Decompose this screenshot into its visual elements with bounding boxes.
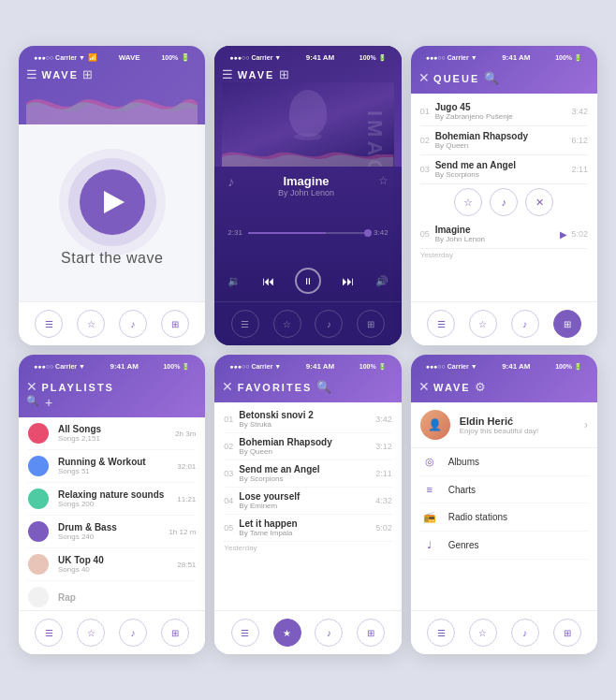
playlist-dot-1	[28, 423, 49, 444]
play-button[interactable]	[80, 169, 145, 235]
nav-star-5[interactable]: ★	[273, 619, 301, 647]
add-icon-4[interactable]: +	[45, 395, 52, 410]
carrier-text-3: ●●●○○ Carrier ▼	[426, 54, 477, 61]
volume-up-icon[interactable]: 🔊	[375, 275, 389, 287]
queue-item-3: 03 Send me an Angel By Scorpions 2:11	[420, 155, 588, 184]
phone-favorites: ●●●○○ Carrier ▼ 9:41 AM 100% 🔋 ✕ FAVORIT…	[214, 355, 401, 654]
nav-playlist-3[interactable]: ⊞	[553, 310, 581, 338]
search-icon-4[interactable]: 🔍	[26, 395, 39, 410]
bottom-nav-3: ☰ ☆ ♪ ⊞	[411, 301, 597, 345]
queue-close-btn[interactable]: ✕	[525, 188, 553, 216]
fav-item-4: 04 Lose yourself By Eminem 4:32	[224, 488, 391, 515]
next-icon[interactable]: ⏭	[342, 274, 354, 288]
queue-music-btn[interactable]: ♪	[490, 188, 518, 216]
nav-star-3[interactable]: ☆	[469, 310, 497, 338]
nav-playlist-4[interactable]: ⊞	[161, 619, 189, 647]
menu-item-charts[interactable]: ≡ Charts	[420, 476, 588, 503]
close-icon-3[interactable]: ✕	[418, 70, 430, 85]
pause-button[interactable]: ⏸	[295, 268, 321, 294]
progress-handle[interactable]	[364, 229, 372, 237]
nav-playlist-2[interactable]: ⊞	[357, 310, 385, 338]
playlist-dot-3	[28, 489, 49, 509]
song-title: Imagine	[234, 174, 377, 188]
nav-music-2[interactable]: ♪	[315, 310, 343, 338]
close-icon-6[interactable]: ✕	[418, 379, 430, 394]
queue-dur-1: 3:42	[571, 107, 588, 116]
queue-title-1: Jugo 45	[435, 102, 572, 112]
close-icon-4[interactable]: ✕	[26, 379, 37, 394]
nav-music-6[interactable]: ♪	[511, 619, 539, 647]
nav-star-2[interactable]: ☆	[273, 310, 301, 338]
menu-label-genres: Genres	[448, 540, 479, 550]
progress-fill	[248, 232, 326, 234]
wave-title-6: WAVE	[433, 382, 471, 393]
phone-queue: ●●●○○ Carrier ▼ 9:41 AM 100% 🔋 ✕ QUEUE 🔍…	[411, 46, 597, 345]
playlist-item-3[interactable]: Relaxing nature sounds Songs 200 11:21	[28, 483, 196, 516]
playlist-item-4[interactable]: Drum & Bass Songs 240 1h 12 m	[28, 516, 196, 548]
nav-playlist-6[interactable]: ⊞	[553, 619, 581, 647]
bottom-nav-5: ☰ ★ ♪ ⊞	[214, 610, 401, 654]
nav-star-6[interactable]: ☆	[469, 619, 497, 647]
menu-item-albums[interactable]: ◎ Albums	[420, 448, 588, 476]
battery-percent-2: 100% 🔋	[359, 54, 387, 62]
user-subtitle: Enjoy this beautiful day!	[460, 427, 584, 435]
close-icon-5[interactable]: ✕	[222, 379, 233, 394]
playlists-title: PLAYLISTS	[41, 382, 114, 393]
phone-wave-menu: ●●●○○ Carrier ▼ 9:41 AM 100% 🔋 ✕ WAVE ⚙ …	[411, 355, 597, 654]
menu-label-radio: Radio stations	[448, 512, 507, 522]
playlist-dot-6	[28, 587, 49, 607]
nav-music-4[interactable]: ♪	[119, 619, 147, 647]
volume-down-icon[interactable]: 🔉	[227, 275, 241, 287]
search-icon-3[interactable]: 🔍	[484, 71, 499, 85]
start-text: Start the wave	[61, 250, 163, 267]
menu-icon-2[interactable]: ☰	[222, 67, 233, 81]
nav-playlist[interactable]: ⊞	[161, 310, 189, 338]
settings-icon-6[interactable]: ⚙	[475, 380, 486, 394]
playlist-icon-2[interactable]: ⊞	[279, 67, 289, 81]
favorite-icon[interactable]: ☆	[378, 174, 389, 187]
nav-music-3[interactable]: ♪	[511, 310, 539, 338]
menu-item-radio[interactable]: 📻 Radio stations	[420, 503, 588, 532]
playlist-item-6[interactable]: Rap	[28, 581, 196, 610]
app-container: ●●●○○ Carrier ▼ 📶 WAVE 100% 🔋 ☰ WAVE ⊞	[0, 27, 616, 673]
playlist-item-5[interactable]: UK Top 40 Songs 40 28:51	[28, 548, 196, 581]
search-icon-5[interactable]: 🔍	[316, 380, 331, 394]
carrier-text: ●●●○○ Carrier ▼	[229, 54, 281, 61]
queue-title: QUEUE	[433, 73, 479, 84]
nav-menu-2[interactable]: ☰	[231, 310, 259, 338]
nav-music-5[interactable]: ♪	[315, 619, 343, 647]
queue-item-5: 05 Imagine By John Lenon ▶ 5:02	[420, 220, 588, 249]
playlist-dot-4	[28, 521, 49, 542]
menu-label-charts: Charts	[448, 485, 476, 495]
bottom-nav: ☰ ☆ ♪ ⊞	[19, 301, 205, 345]
nav-menu-5[interactable]: ☰	[231, 619, 259, 647]
phone-now-playing: ●●●○○ Carrier ▼ 9:41 AM 100% 🔋 ☰ WAVE ⊞	[214, 46, 401, 345]
menu-icon[interactable]: ☰	[26, 67, 37, 81]
prev-icon[interactable]: ⏮	[262, 274, 274, 288]
playlist-item-1[interactable]: All Songs Songs 2,151 2h 3m	[28, 417, 196, 450]
nav-star-4[interactable]: ☆	[77, 619, 105, 647]
nav-music[interactable]: ♪	[119, 310, 147, 338]
playlist-name-1: All Songs	[58, 424, 166, 434]
bottom-nav-6: ☰ ☆ ♪ ⊞	[411, 610, 597, 654]
yesterday-label-5: Yesterday	[224, 542, 391, 554]
nav-menu-3[interactable]: ☰	[427, 310, 455, 338]
menu-item-genres[interactable]: ♩ Genres	[420, 532, 588, 560]
nav-playlist-5[interactable]: ⊞	[357, 619, 385, 647]
playlist-item-2[interactable]: Running & Workout Songs 51 32:01	[28, 450, 196, 483]
fav-list: 01 Betonski snovi 2 By Struka 3:42 02 Bo…	[214, 402, 401, 610]
nav-menu[interactable]: ☰	[35, 310, 63, 338]
nav-menu-6[interactable]: ☰	[427, 619, 455, 647]
queue-star-btn[interactable]: ☆	[454, 188, 482, 216]
bars-icon: ≡	[420, 484, 439, 495]
nav-menu-4[interactable]: ☰	[35, 619, 63, 647]
user-card[interactable]: 👤 Eldin Herić Enjoy this beautiful day! …	[411, 402, 597, 448]
nav-star[interactable]: ☆	[77, 310, 105, 338]
yesterday-label-3: Yesterday	[420, 249, 588, 261]
time-display-3: 9:41 AM	[502, 53, 530, 62]
progress-bar[interactable]	[248, 232, 368, 234]
fav-item-1: 01 Betonski snovi 2 By Struka 3:42	[224, 406, 391, 433]
chevron-right-icon: ›	[584, 418, 588, 431]
playlist-icon[interactable]: ⊞	[82, 67, 93, 81]
wifi-icon: 📶	[88, 53, 97, 62]
